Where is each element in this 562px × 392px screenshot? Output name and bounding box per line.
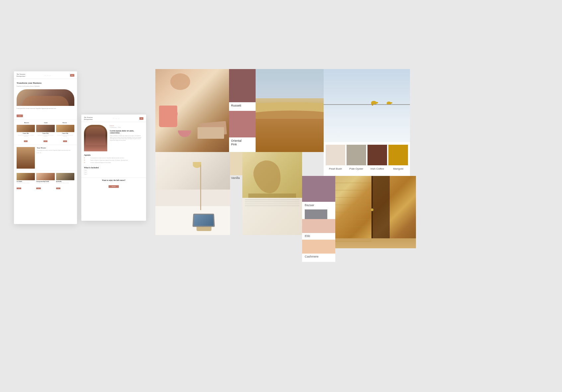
swatch-irish-coffee: [367, 145, 387, 165]
label-ebb: Ebb: [302, 233, 335, 240]
photo-bedroom: [155, 152, 230, 235]
label-irish-coffee: Irish Coffee: [367, 167, 387, 170]
photo-seeds: [242, 152, 302, 235]
col-title-3: Course Title: [56, 133, 74, 134]
mentor-description: Lorem ipsum dolor sit amet consectetur S…: [37, 150, 74, 151]
bottom-text-3: lorem ipsum dolor sit amet consectetur: [56, 183, 74, 184]
mentor-image: [17, 147, 35, 169]
hero-cta-button[interactable]: ● ● ●: [17, 115, 23, 117]
mentor-title: Your Mentor: [37, 147, 74, 149]
social-icon-3[interactable]: ●: [40, 152, 41, 153]
color-swatch-panel-ebb: Ebb Cashmere: [302, 219, 335, 262]
neutral-swatches-row: Pearl Bush Pale Oyster Irish Coffee Mari…: [324, 142, 410, 174]
agenda-item-3: 03 Lorem nec aliquam amet magnas mi lore…: [84, 162, 143, 163]
swatch-pale-oyster: [347, 145, 366, 165]
agenda-item-2: 02 Pratum sed aliquat nec aliquam amet m…: [84, 160, 143, 161]
agenda-item-1: 01 Lorem ipsum dolor sit amet consectetu…: [84, 157, 143, 159]
website-mockup-1: The Venetian Entrepreneur — — — ●●● Tran…: [14, 71, 77, 224]
photo-desert: [256, 69, 327, 152]
col-text-1: Introductory text lorem ipsum amet conse…: [17, 135, 35, 137]
agenda-num-3: 03: [84, 162, 89, 163]
included-item-3: • Item 3: [84, 174, 143, 175]
section-label-process: Process: [63, 122, 67, 123]
bottom-btn-2[interactable]: ● ●: [36, 188, 41, 189]
bottom-text-1: lorem ipsum dolor sit amet consectetur: [17, 183, 35, 184]
photo-door: [335, 176, 416, 248]
col-image-2: [36, 125, 54, 132]
nav-item-2: —: [116, 118, 117, 119]
photo-bird-wire: [324, 69, 410, 142]
brand-name-card1: The Venetian Entrepreneur: [17, 73, 26, 77]
label-pale-oyster: Pale Oyster: [347, 167, 366, 170]
cta-subscribe-button[interactable]: Subscribe: [109, 185, 119, 188]
bottom-btn-3[interactable]: ● ●: [56, 188, 61, 189]
swatch-ebb: [302, 219, 335, 233]
col-btn-2[interactable]: ● ●: [43, 140, 47, 142]
hero-image: [17, 89, 74, 106]
brand-name-card2: The Venetian Entrepreneur: [84, 117, 93, 120]
nav-item-2: —: [118, 118, 120, 119]
hero-title: Transform your Business: [17, 82, 74, 84]
swatch-bazaar: [302, 176, 335, 202]
bottom-title-3: Spirituality: [56, 181, 74, 182]
col-title-1: Course Title: [17, 133, 35, 134]
learn-section-label: Learn: [110, 125, 143, 126]
swatch-pearl-bush: [326, 145, 345, 165]
nav-item-2: —: [113, 118, 115, 119]
learn-subtitle: Creating space · 1 Hour: [110, 127, 143, 128]
col-image-3: [56, 125, 74, 132]
label-pearl-bush: Pearl Bush: [326, 167, 345, 170]
agenda-num-2: 02: [84, 160, 89, 161]
label-marigold: Marigold: [388, 167, 408, 170]
col-title-2: Course Title: [36, 133, 54, 134]
cta-title: Want to enjoy the full course?: [84, 179, 143, 181]
swatch-marigold: [388, 145, 408, 165]
bottom-title-1: Get Health: [17, 181, 35, 182]
label-bazaar: Bazaar: [302, 202, 335, 209]
agenda-text-1: Lorem ipsum dolor sit amet consectetur. …: [90, 157, 124, 159]
learn-body: Pratum sed aliquat nec aliquam amet magn…: [110, 135, 143, 141]
photo-coffee-books: [155, 69, 230, 152]
bottom-title-2: Entrepreneurship Wealth: [36, 181, 54, 182]
canvas: The Venetian Entrepreneur — — — ●●● Tran…: [0, 0, 562, 392]
hero-subtitle: Scratches to see the positive effects of…: [17, 86, 74, 87]
learn-title: Lorem ipsum dolor sit amet, consectetur.: [110, 130, 143, 134]
swatch-russett: [229, 69, 256, 102]
agenda-num-1: 01: [84, 157, 89, 159]
section-label-learn: Learn: [44, 122, 47, 123]
header-cta-2[interactable]: ●●: [139, 117, 143, 120]
col-btn-3[interactable]: ● ●: [63, 140, 67, 142]
swatch-oriental-pink: [229, 111, 256, 137]
nav-item: —: [44, 75, 46, 76]
swatch-russett-label: Russett: [229, 102, 256, 108]
agenda-title: Agenda: [84, 154, 143, 156]
swatch-oriental-pink-label: OrientalPink: [229, 137, 256, 147]
website-mockup-2: The Venetian Entrepreneur — — — ●● Learn…: [81, 115, 146, 221]
bottom-image-1: [17, 173, 35, 180]
swatch-cashmere: [302, 240, 335, 254]
learn-hero-image: [84, 125, 107, 151]
agenda-text-2: Pratum sed aliquat nec aliquam amet magn…: [90, 160, 128, 161]
social-icon-1[interactable]: ●: [37, 152, 38, 153]
bottom-image-2: [36, 173, 54, 180]
header-cta[interactable]: ●●●: [70, 74, 74, 77]
included-item-2: • Item 2: [84, 172, 143, 173]
bottom-image-3: [56, 173, 74, 180]
hero-body: Lorem ipsum dolor sit amet consectetur. …: [17, 108, 74, 110]
bottom-text-2: lorem ipsum dolor sit amet consectetur: [36, 183, 54, 184]
nav-item: —: [47, 75, 48, 76]
agenda-text-3: Lorem nec aliquam amet magnas mi lorem p…: [90, 162, 111, 163]
color-swatch-panel-left: Russett OrientalPink: [229, 69, 256, 152]
section-label-discover: Discover: [24, 122, 29, 123]
bottom-btn-1[interactable]: ● ●: [17, 188, 21, 189]
included-title: What is Included: [84, 167, 143, 169]
included-item-1: • Item 1: [84, 170, 143, 171]
col-btn-1[interactable]: ● ●: [24, 140, 28, 142]
nav-item: —: [49, 75, 51, 76]
label-cashmere: Cashmere: [302, 254, 335, 259]
col-text-2: Introductory text lorem ipsum amet conse…: [36, 135, 54, 137]
col-image-1: [17, 125, 35, 132]
social-icon-2[interactable]: ●: [39, 152, 39, 153]
col-text-3: Introductory text lorem ipsum amet conse…: [56, 135, 74, 137]
